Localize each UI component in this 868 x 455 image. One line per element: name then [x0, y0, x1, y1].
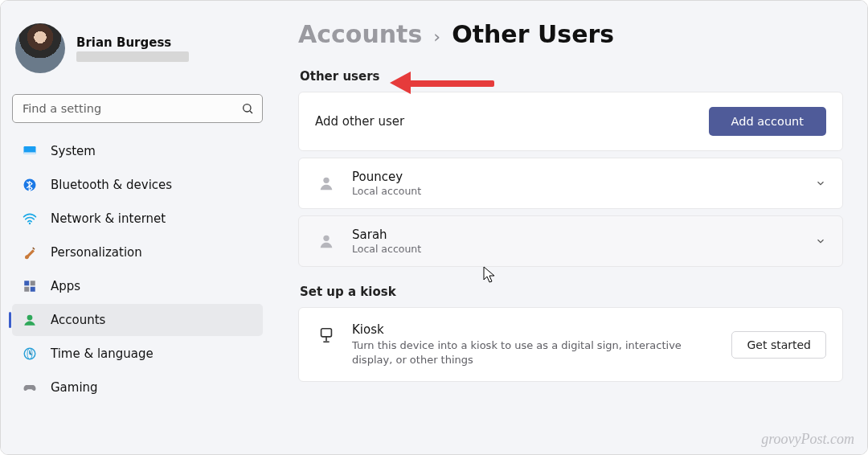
time-language-icon — [22, 346, 38, 362]
add-other-user-label: Add other user — [315, 114, 709, 129]
svg-point-14 — [323, 236, 329, 241]
wifi-icon — [22, 211, 38, 227]
watermark: groovyPost.com — [761, 431, 854, 448]
svg-rect-3 — [24, 153, 36, 154]
add-other-user-row: Add other user Add account — [298, 92, 843, 151]
add-account-button[interactable]: Add account — [709, 107, 826, 136]
accounts-icon — [22, 312, 38, 328]
person-icon — [315, 172, 338, 195]
sidebar-item-label: Apps — [51, 279, 80, 293]
svg-line-1 — [250, 111, 252, 113]
svg-point-0 — [244, 105, 251, 112]
kiosk-description: Turn this device into a kiosk to use as … — [352, 338, 717, 367]
user-row[interactable]: Sarah Local account — [298, 215, 843, 267]
chevron-down-icon — [815, 236, 826, 247]
svg-point-10 — [27, 315, 33, 321]
person-icon — [315, 230, 338, 252]
svg-point-5 — [29, 223, 31, 224]
sidebar: Brian Burgess System Bluetooth & devi — [1, 1, 274, 454]
kiosk-icon — [315, 324, 338, 346]
chevron-right-icon: › — [433, 27, 440, 47]
user-name: Pouncey — [352, 170, 800, 184]
bluetooth-icon — [22, 177, 38, 193]
svg-point-13 — [323, 178, 329, 183]
svg-point-4 — [24, 179, 36, 191]
breadcrumb-root[interactable]: Accounts — [298, 20, 422, 48]
main-content: Accounts › Other Users Other users Add o… — [274, 1, 867, 454]
kiosk-title: Kiosk — [352, 322, 717, 337]
gaming-icon — [22, 379, 38, 396]
chevron-down-icon — [815, 178, 826, 189]
user-sub: Local account — [352, 243, 800, 255]
search-input[interactable] — [23, 102, 241, 115]
svg-rect-15 — [321, 329, 332, 337]
svg-rect-8 — [24, 287, 29, 292]
sidebar-item-apps[interactable]: Apps — [12, 270, 263, 302]
sidebar-nav: System Bluetooth & devices Network & int… — [9, 134, 266, 404]
sidebar-item-accounts[interactable]: Accounts — [12, 304, 263, 336]
breadcrumb: Accounts › Other Users — [298, 20, 843, 48]
sidebar-item-gaming[interactable]: Gaming — [12, 371, 263, 404]
profile-block[interactable]: Brian Burgess — [9, 17, 266, 88]
sidebar-item-time-language[interactable]: Time & language — [12, 338, 263, 370]
svg-rect-9 — [31, 287, 35, 292]
svg-rect-7 — [31, 281, 35, 285]
user-sub: Local account — [352, 185, 800, 197]
sidebar-item-network[interactable]: Network & internet — [12, 203, 263, 235]
paintbrush-icon — [22, 244, 38, 260]
sidebar-item-label: System — [51, 144, 96, 158]
system-icon — [22, 143, 38, 159]
search-box[interactable] — [12, 94, 263, 123]
avatar[interactable] — [15, 23, 65, 73]
user-name: Sarah — [352, 228, 800, 242]
svg-rect-6 — [24, 281, 29, 285]
page-title: Other Users — [452, 20, 614, 48]
get-started-button[interactable]: Get started — [731, 331, 826, 359]
search-icon — [241, 102, 254, 115]
sidebar-item-label: Network & internet — [51, 211, 166, 226]
section-heading-kiosk: Set up a kiosk — [300, 285, 843, 299]
sidebar-item-label: Gaming — [51, 380, 98, 395]
user-row[interactable]: Pouncey Local account — [298, 158, 843, 209]
sidebar-item-bluetooth[interactable]: Bluetooth & devices — [12, 169, 263, 201]
sidebar-item-personalization[interactable]: Personalization — [12, 236, 263, 268]
kiosk-row: Kiosk Turn this device into a kiosk to u… — [298, 307, 843, 382]
profile-email-redacted — [76, 51, 189, 62]
section-heading-other-users: Other users — [300, 69, 843, 84]
sidebar-item-label: Bluetooth & devices — [51, 178, 172, 192]
profile-name: Brian Burgess — [76, 35, 189, 50]
sidebar-item-label: Accounts — [51, 313, 105, 327]
sidebar-item-label: Time & language — [51, 346, 154, 361]
sidebar-item-system[interactable]: System — [12, 135, 263, 167]
apps-icon — [22, 278, 38, 294]
sidebar-item-label: Personalization — [51, 245, 142, 260]
